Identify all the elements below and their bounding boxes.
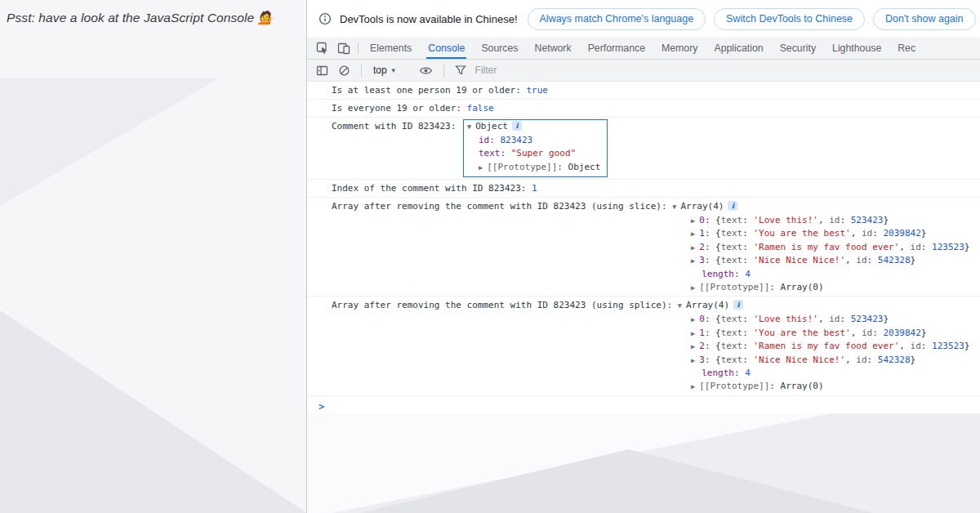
console-token: true xyxy=(526,85,548,96)
context-selector[interactable]: top ▼ xyxy=(370,65,400,76)
console-token: } xyxy=(911,255,916,265)
context-selector-value: top xyxy=(373,65,387,76)
switch-devtools-chinese-button[interactable]: Switch DevTools to Chinese xyxy=(714,8,865,30)
array-entry: ▶ 0: {text: 'Love this!', id: 523423} xyxy=(691,313,973,326)
disclosure-triangle[interactable]: ▶ xyxy=(691,243,699,252)
array-entry: ▶ 0: {text: 'Love this!', id: 523423} xyxy=(691,214,973,227)
console-token: 1 xyxy=(532,183,537,194)
console-token: 'Love this!' xyxy=(754,314,818,324)
console-token: } xyxy=(964,341,970,351)
console-message: Index of the comment with ID 823423: 1 xyxy=(307,180,980,198)
console-message: Array after removing the comment with ID… xyxy=(307,198,980,297)
console-token: : xyxy=(489,135,500,145)
disclosure-triangle[interactable]: ▶ xyxy=(479,163,487,172)
console-token: id xyxy=(856,355,866,365)
tab-sources[interactable]: Sources xyxy=(473,38,526,59)
console-token: : xyxy=(742,314,753,324)
console-token: : xyxy=(921,341,932,351)
console-token: id xyxy=(911,242,921,252)
console-token: : xyxy=(840,215,850,225)
array-entry: length: 4 xyxy=(691,268,973,281)
info-icon[interactable]: i xyxy=(512,121,522,131)
console-message: Comment with ID 823423: ▼ Objectiid: 823… xyxy=(307,118,980,180)
live-expression-eye-icon[interactable] xyxy=(416,65,435,77)
console-token: false xyxy=(467,103,494,114)
tab-application[interactable]: Application xyxy=(706,38,771,59)
chevron-down-icon: ▼ xyxy=(390,67,397,74)
disclosure-triangle[interactable]: ▼ xyxy=(467,123,475,131)
console-token: : xyxy=(872,328,883,338)
disclosure-triangle[interactable]: ▶ xyxy=(691,230,699,238)
array-entry: ▶ 1: {text: 'You are the best', id: 2039… xyxy=(691,227,973,240)
console-prompt-chevron: > xyxy=(318,401,324,413)
console-token: length xyxy=(702,269,734,279)
console-token: , xyxy=(851,328,862,338)
console-token: text xyxy=(721,228,743,239)
disclosure-triangle[interactable]: ▶ xyxy=(691,356,699,364)
console-token: Array(0) xyxy=(781,282,824,292)
console-token: id xyxy=(911,341,921,351)
console-token: Index of the comment with ID 823423: xyxy=(332,183,532,194)
console-token: text xyxy=(721,255,743,265)
disclosure-triangle[interactable]: ▶ xyxy=(691,216,699,225)
array-entry: ▶ 3: {text: 'Nice Nice Nice!', id: 54232… xyxy=(691,254,973,267)
device-toolbar-icon[interactable] xyxy=(333,38,354,59)
console-token: Array(4) xyxy=(680,201,724,212)
console-token: , xyxy=(818,215,829,225)
disclosure-triangle[interactable]: ▶ xyxy=(691,256,699,265)
tab-recorder[interactable]: Rec xyxy=(889,38,924,59)
console-token: Array(4) xyxy=(686,300,729,310)
devtools-resize-divider[interactable] xyxy=(306,0,307,513)
tab-lighthouse[interactable]: Lighthouse xyxy=(824,38,889,59)
console-token: : { xyxy=(705,355,721,365)
console-token: 2 xyxy=(699,341,705,351)
disclosure-triangle[interactable]: ▶ xyxy=(691,329,699,337)
clear-console-icon[interactable] xyxy=(336,65,353,77)
console-token: text xyxy=(721,314,743,324)
console-sidebar-icon[interactable] xyxy=(314,65,331,77)
tab-network[interactable]: Network xyxy=(527,38,580,59)
console-token: : xyxy=(769,381,780,391)
disclosure-triangle[interactable]: ▶ xyxy=(691,382,699,390)
console-token: Is everyone 19 or older: xyxy=(332,103,467,114)
console-token: : xyxy=(742,341,753,351)
console-token: } xyxy=(921,228,927,239)
console-token: : { xyxy=(705,255,721,265)
disclosure-triangle[interactable]: ▶ xyxy=(691,283,699,292)
console-token: : xyxy=(734,269,745,279)
array-entry: ▶ 2: {text: 'Ramen is my fav food ever',… xyxy=(691,340,973,353)
console-token: Comment with ID 823423: xyxy=(332,121,461,132)
console-token: text xyxy=(721,355,743,365)
console-token: : xyxy=(867,355,878,365)
console-token: [[Prototype]] xyxy=(487,162,557,172)
console-input[interactable] xyxy=(331,401,973,413)
devtools-panel: DevTools is now available in Chinese! Al… xyxy=(307,0,980,513)
console-messages: Is at least one person 19 or older: true… xyxy=(307,82,980,396)
disclosure-triangle[interactable]: ▼ xyxy=(672,203,680,211)
dont-show-again-button[interactable]: Don't show again xyxy=(873,8,976,30)
console-token: : { xyxy=(705,314,721,324)
console-token: , xyxy=(899,242,910,252)
array-children: ▶ 0: {text: 'Love this!', id: 523423}▶ 1… xyxy=(691,214,973,294)
tab-performance[interactable]: Performance xyxy=(580,38,653,59)
console-token: 542328 xyxy=(878,255,911,265)
console-token: 4 xyxy=(745,368,751,378)
inspect-element-icon[interactable] xyxy=(312,38,333,59)
disclosure-triangle[interactable]: ▶ xyxy=(691,342,699,350)
console-token: text xyxy=(721,215,743,225)
info-icon[interactable]: i xyxy=(728,201,737,211)
disclosure-triangle[interactable]: ▶ xyxy=(691,315,699,323)
console-token: 2039842 xyxy=(883,228,920,239)
info-icon[interactable]: i xyxy=(733,300,743,310)
console-token: : { xyxy=(705,215,721,225)
always-match-language-button[interactable]: Always match Chrome's language xyxy=(528,8,706,30)
console-token: id xyxy=(856,255,866,265)
filter-input[interactable]: Filter xyxy=(475,65,497,76)
tab-memory[interactable]: Memory xyxy=(653,38,706,59)
tab-elements[interactable]: Elements xyxy=(362,38,420,59)
disclosure-triangle[interactable]: ▼ xyxy=(678,301,686,310)
console-token: id xyxy=(862,228,872,239)
console-token: 523423 xyxy=(851,215,884,225)
tab-console[interactable]: Console xyxy=(420,38,473,59)
tab-security[interactable]: Security xyxy=(772,38,824,59)
